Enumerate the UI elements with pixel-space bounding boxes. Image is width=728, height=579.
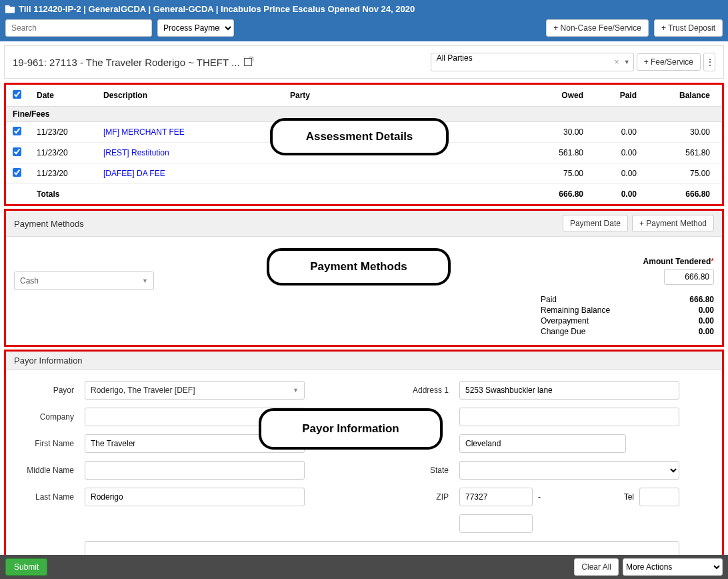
trust-deposit-button[interactable]: + Trust Deposit	[654, 19, 723, 37]
tel-label: Tel	[624, 492, 634, 502]
non-case-fee-button[interactable]: + Non-Case Fee/Service	[546, 19, 649, 37]
middle-name-label: Middle Name	[14, 466, 74, 475]
submit-button[interactable]: Submit	[5, 558, 47, 576]
state-label: State	[315, 466, 449, 475]
col-owed: Owed	[535, 85, 595, 107]
more-menu-button[interactable]: ⋮	[703, 53, 715, 71]
city-input[interactable]	[459, 434, 626, 453]
address1-label: Address 1	[315, 386, 449, 395]
required-indicator: *	[711, 257, 714, 266]
more-actions-select[interactable]: More Actions	[623, 558, 723, 576]
payor-select[interactable]: Roderigo, The Traveler [DEF]▼	[85, 381, 305, 400]
window-title: Till 112420-IP-2 | GeneralGCDA | General…	[5, 0, 723, 14]
tel-input[interactable]	[639, 488, 679, 506]
totals-row: Totals 666.80 0.00 666.80	[6, 184, 722, 205]
chevron-down-icon: ▼	[293, 387, 299, 394]
group-row: Fine/Fees	[6, 107, 722, 122]
payment-method-select[interactable]: Cash ▼	[14, 271, 154, 290]
first-name-label: First Name	[14, 439, 74, 448]
payment-methods-section: Payment Methods Payment Date + Payment M…	[4, 209, 724, 347]
folder-icon	[5, 5, 15, 13]
col-party: Party	[283, 85, 535, 107]
search-input[interactable]	[5, 19, 152, 37]
row-checkbox[interactable]	[13, 127, 21, 135]
top-bar: Till 112420-IP-2 | GeneralGCDA | General…	[0, 0, 728, 41]
zip-ext-input[interactable]	[459, 514, 533, 533]
payment-date-button[interactable]: Payment Date	[563, 215, 628, 232]
table-row: 11/23/20 [DAFEE] DA FEE 75.00 0.00 75.00	[6, 163, 722, 184]
zip-input[interactable]	[459, 488, 533, 506]
payor-information-section: Payor Information Payor Roderigo, The Tr…	[4, 350, 724, 579]
add-payment-method-button[interactable]: + Payment Method	[632, 215, 714, 232]
zip-label: ZIP	[315, 492, 449, 502]
assessment-table: Date Description Party Owed Paid Balance…	[6, 85, 722, 204]
chevron-down-icon: ▼	[624, 59, 630, 65]
table-row: 11/23/20 [REST] Restitution 561.80 0.00 …	[6, 143, 722, 163]
first-name-input[interactable]	[85, 434, 305, 453]
last-name-label: Last Name	[14, 492, 74, 502]
company-label: Company	[14, 412, 74, 422]
col-paid: Paid	[595, 85, 649, 107]
col-description: Description	[97, 85, 283, 107]
payor-label: Payor	[14, 386, 74, 395]
payor-information-header: Payor Information	[6, 352, 722, 370]
assessment-details-section: Date Description Party Owed Paid Balance…	[4, 83, 724, 206]
window-title-text: Till 112420-IP-2 | GeneralGCDA | General…	[19, 4, 415, 14]
address2-input[interactable]	[459, 408, 679, 426]
clear-icon[interactable]: ×	[615, 57, 619, 67]
amount-tendered-label: Amount Tendered	[643, 257, 711, 266]
process-payments-select[interactable]: Process Payments	[157, 19, 234, 37]
parties-select[interactable]: All Parties	[431, 53, 634, 71]
state-select[interactable]	[459, 461, 679, 480]
col-balance: Balance	[649, 85, 722, 107]
row-checkbox[interactable]	[13, 147, 21, 156]
fee-link[interactable]: [REST] Restitution	[103, 148, 169, 157]
row-checkbox[interactable]	[13, 168, 21, 177]
last-name-input[interactable]	[85, 488, 305, 506]
amount-tendered-input[interactable]	[664, 269, 714, 285]
external-link-icon[interactable]	[244, 58, 252, 66]
table-row: 11/23/20 [MF] MERCHANT FEE 30.00 0.00 30…	[6, 122, 722, 143]
fee-service-button[interactable]: + Fee/Service	[637, 53, 701, 71]
address1-input[interactable]	[459, 381, 679, 400]
fee-link[interactable]: [DAFEE] DA FEE	[103, 169, 165, 178]
footer-bar: Submit Clear All More Actions	[0, 555, 728, 579]
case-header: 19-961: 27113 - The Traveler Roderigo ~ …	[4, 45, 724, 79]
middle-name-input[interactable]	[85, 461, 305, 480]
fee-link[interactable]: [MF] MERCHANT FEE	[103, 127, 185, 137]
payment-methods-header: Payment Methods Payment Date + Payment M…	[6, 211, 722, 237]
case-title: 19-961: 27113 - The Traveler Roderigo ~ …	[13, 57, 252, 68]
chevron-down-icon: ▼	[142, 277, 148, 284]
company-input[interactable]	[85, 408, 305, 426]
select-all-checkbox[interactable]	[13, 90, 21, 99]
col-date: Date	[30, 85, 97, 107]
clear-all-button[interactable]: Clear All	[574, 558, 619, 576]
